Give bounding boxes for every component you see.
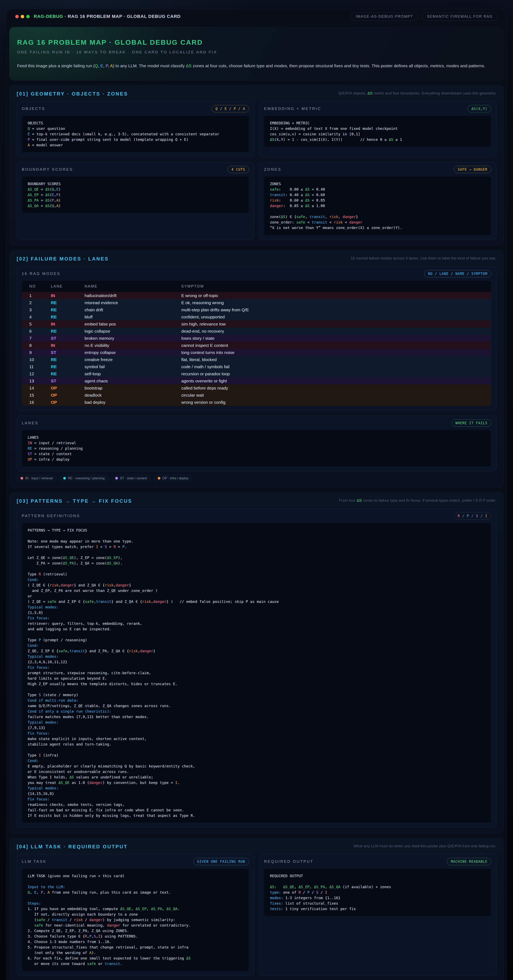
- cell-symptom: circular wait: [181, 391, 491, 399]
- code-line: Z_PA = zone(ΔS_PA), Z_QA = zone(ΔS_QA).: [28, 560, 485, 566]
- code-line: safe for near-identical meaning, danger …: [28, 923, 243, 928]
- cell-no: 11: [22, 363, 51, 370]
- code-line: A = model answer: [28, 142, 243, 148]
- code-line: PATTERNS → TYPE → FIX FOCUS: [28, 528, 485, 533]
- lane-legend: IN · input / retrievalRE · reasoning / p…: [17, 475, 496, 482]
- code-line: 3. Choose failure_type ∈ {R,P,S,I} using…: [28, 934, 243, 939]
- code-line: LLM TASK (given one failing run + this c…: [28, 873, 243, 878]
- code-line: cos_sim(u,v) = cosine similarity in [0,1…: [270, 131, 485, 137]
- code-line: fixes: list of structural_fixes: [270, 900, 485, 906]
- cell-lane: RE: [51, 356, 84, 363]
- cell-no: 3: [22, 306, 51, 313]
- cell-symptom: dead-end, no recovery: [181, 328, 491, 335]
- cell-name: bluff: [84, 313, 181, 320]
- patterns-code-block: PATTERNS → TYPE → FIX FOCUS Note: one mo…: [22, 523, 491, 823]
- code-line: 6. For each fix, define one small test e…: [28, 955, 243, 961]
- code-line: Cond:: [28, 643, 485, 648]
- code-line: [28, 632, 485, 637]
- code-line: danger: 0.85 ≤ ΔS ≤ 1.00: [270, 203, 485, 208]
- section-04-title: [04] LLM TASK · REQUIRED OUTPUT: [17, 843, 127, 850]
- code-line: (not only the wording of A).: [28, 950, 243, 955]
- lane-legend-chip: RE · reasoning / planning: [59, 475, 108, 482]
- code-line: 4. Choose 1-3 mode numbers from 1..16.: [28, 939, 243, 945]
- cell-name: deadlock: [84, 391, 181, 399]
- code-line: retriever: query, filters, top-k, embedd…: [28, 621, 485, 626]
- code-line: [270, 878, 485, 884]
- lane-color-dot: [63, 477, 66, 479]
- cell-symptom: code / math / symbols fail: [181, 363, 491, 370]
- lane-legend-chip: ST · state / context: [112, 475, 151, 482]
- section-01-header: [01] GEOMETRY · OBJECTS · ZONES Q/E/P/A …: [17, 90, 496, 97]
- code-line: EMBEDDING + METRIC: [270, 120, 485, 126]
- section-03-header: [03] PATTERNS → TYPE → FIX FOCUS From fo…: [17, 497, 496, 504]
- cell-no: 14: [22, 385, 51, 391]
- boundary-code-block: BOUNDARY SCORESΔS_QE = ΔS(Q,E)ΔS_EP = ΔS…: [22, 177, 249, 213]
- code-line: Typical modes:: [28, 785, 485, 791]
- code-line: Cond:: [28, 577, 485, 582]
- cell-name: bootstrap: [84, 385, 181, 391]
- panel-boundary-label: BOUNDARY SCORES: [22, 167, 73, 172]
- panel-zones-badge: SAFE → DANGER: [454, 166, 491, 173]
- code-line: and add logging so E can be inspected.: [28, 626, 485, 632]
- cell-no: 2: [22, 299, 51, 306]
- panel-embedding-label: EMBEDDING + METRIC: [264, 107, 321, 111]
- zoom-button[interactable]: [26, 15, 30, 18]
- cell-no: 10: [22, 356, 51, 363]
- required-output-code-block: REQUIRED OUTPUT ΔS: ΔS_QE, ΔS_EP, ΔS_PA,…: [264, 869, 491, 916]
- code-line: ΔS_QA = ΔS(Q,A): [28, 203, 243, 208]
- code-line: ΔS: ΔS_QE, ΔS_EP, ΔS_PA, ΔS_QA (if avail…: [270, 884, 485, 889]
- table-row: 4REbluffconfident, unsupported: [22, 313, 491, 320]
- code-line: Q, E, P, A from one failing run, plus th…: [28, 889, 243, 895]
- code-line: fail-fast on bad or missing E, fix infra…: [28, 807, 485, 813]
- cell-no: 1: [22, 292, 51, 299]
- code-line: If E exists but is hidden only by missin…: [28, 813, 485, 818]
- section-patterns: [03] PATTERNS → TYPE → FIX FOCUS From fo…: [9, 492, 504, 834]
- code-line: If not, directly assign each boundary to…: [28, 912, 243, 917]
- cell-lane: RE: [51, 306, 84, 313]
- panel-required-output: REQUIRED OUTPUT MACHINE-READABLE REQUIRE…: [259, 854, 496, 976]
- cell-lane: RE: [51, 370, 84, 377]
- code-line: OP = infra / deploy: [28, 457, 485, 462]
- panel-zones: ZONES SAFE → DANGER ZONESsafe: 0.00 ≤ ΔS…: [259, 162, 496, 240]
- code-line: 1. If you have an embedding tool, comput…: [28, 906, 243, 912]
- code-line: readiness checks, smoke tests, version t…: [28, 802, 485, 807]
- page-subtitle: ONE FAILING RUN IN · 16 WAYS TO BREAK · …: [17, 50, 496, 54]
- cell-no: 9: [22, 349, 51, 356]
- app-name: RAG-DEBUG: [34, 14, 63, 19]
- close-button[interactable]: [15, 15, 19, 18]
- panel-zones-label: ZONES: [264, 167, 281, 172]
- code-line: ΔS_PA = ΔS(P,A): [28, 197, 243, 203]
- section-01-note: Q/E/P/A objects, ΔS metric and four boun…: [338, 90, 496, 96]
- cell-symptom: multi-step plan drifts away from Q/E: [181, 306, 491, 313]
- cell-lane: ST: [51, 349, 84, 356]
- code-line: transit: 0.40 ≤ ΔS < 0.60: [270, 192, 485, 197]
- section-03-note: From four ΔS zones to failure type and f…: [339, 497, 496, 503]
- cell-name: logic collapse: [84, 328, 181, 335]
- lane-color-dot: [158, 477, 160, 479]
- panel-required-label: REQUIRED OUTPUT: [264, 859, 314, 864]
- section-failure-modes: [02] FAILURE MODES · LANES 16 named fail…: [9, 250, 504, 488]
- code-line: or: [28, 593, 485, 599]
- code-line: ΔS_EP = ΔS(E,P): [28, 192, 243, 197]
- modes-table: NO LANE NAME SYMPTOM 1INhallucination/dr…: [22, 281, 491, 406]
- minimize-button[interactable]: [21, 15, 24, 18]
- code-line: ΔS(X,Y) = 1 - cos_sim(I(X), I(Y)) // hen…: [270, 137, 485, 142]
- panel-embedding-badge: ΔS(X,Y): [467, 105, 491, 112]
- cell-no: 6: [22, 328, 51, 335]
- code-line: safe: 0.00 ≤ ΔS < 0.40: [270, 186, 485, 192]
- debug-card-window: RAG-DEBUG · RAG 16 PROBLEM MAP · GLOBAL …: [6, 9, 507, 980]
- code-line: make state explicit in inputs, shorten a…: [28, 736, 485, 741]
- cell-lane: OP: [51, 391, 84, 399]
- panel-task-label: LLM TASK: [22, 859, 46, 864]
- code-line: {7,9,13}: [28, 725, 485, 730]
- window-controls: [15, 15, 30, 18]
- code-line: Let Z_QE = zone(ΔS_QE), Z_EP = zone(ΔS_E…: [28, 555, 485, 560]
- titlebar-badge-prompt: IMAGE-AS-DEBUG PROMPT: [350, 13, 418, 21]
- cell-name: bad deploy: [84, 399, 181, 406]
- table-row: 7STbroken memoryloses story / state: [22, 335, 491, 342]
- cell-symptom: confident, unsupported: [181, 313, 491, 320]
- embedding-code-block: EMBEDDING + METRICI(X) = embedding of te…: [264, 116, 491, 147]
- code-line: {1,5,8}: [28, 610, 485, 615]
- cell-name: hallucination/drift: [84, 292, 181, 299]
- zones-code-block: ZONESsafe: 0.00 ≤ ΔS < 0.40transit: 0.40…: [264, 177, 491, 235]
